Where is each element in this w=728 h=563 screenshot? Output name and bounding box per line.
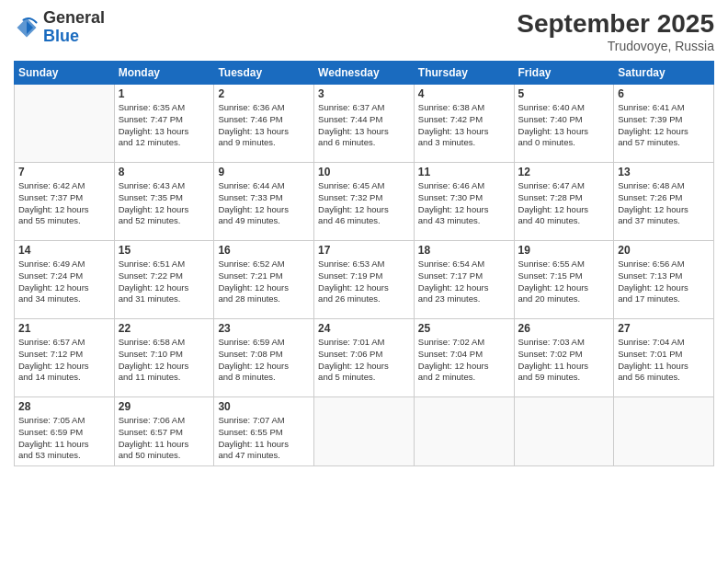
- day-number: 27: [618, 322, 710, 335]
- day-info: Sunrise: 6:51 AM Sunset: 7:22 PM Dayligh…: [119, 259, 210, 305]
- calendar-cell: 9Sunrise: 6:44 AM Sunset: 7:33 PM Daylig…: [214, 163, 314, 241]
- day-number: 5: [518, 87, 610, 100]
- day-info: Sunrise: 7:03 AM Sunset: 7:02 PM Dayligh…: [518, 337, 610, 384]
- calendar-cell: [314, 397, 415, 466]
- calendar-week-row: 1Sunrise: 6:35 AM Sunset: 7:47 PM Daylig…: [15, 85, 714, 163]
- day-number: 12: [518, 166, 610, 178]
- day-number: 8: [119, 166, 210, 178]
- logo-text: General Blue: [43, 9, 105, 46]
- calendar-cell: 15Sunrise: 6:51 AM Sunset: 7:22 PM Dayli…: [114, 241, 214, 319]
- day-number: 28: [18, 400, 110, 413]
- calendar-cell: 7Sunrise: 6:42 AM Sunset: 7:37 PM Daylig…: [15, 163, 115, 241]
- calendar-week-row: 21Sunrise: 6:57 AM Sunset: 7:12 PM Dayli…: [15, 319, 714, 397]
- calendar-cell: 4Sunrise: 6:38 AM Sunset: 7:42 PM Daylig…: [414, 85, 514, 163]
- calendar-cell: 16Sunrise: 6:52 AM Sunset: 7:21 PM Dayli…: [214, 241, 314, 319]
- day-info: Sunrise: 6:53 AM Sunset: 7:19 PM Dayligh…: [318, 259, 410, 305]
- logo-icon: [14, 15, 40, 40]
- day-info: Sunrise: 6:48 AM Sunset: 7:26 PM Dayligh…: [618, 180, 710, 227]
- logo-blue: Blue: [43, 27, 79, 45]
- location-subtitle: Trudovoye, Russia: [517, 39, 714, 53]
- day-info: Sunrise: 6:41 AM Sunset: 7:39 PM Dayligh…: [618, 102, 710, 149]
- calendar-cell: 17Sunrise: 6:53 AM Sunset: 7:19 PM Dayli…: [314, 241, 415, 319]
- calendar-cell: [514, 397, 614, 466]
- weekday-header: Thursday: [414, 62, 514, 85]
- day-number: 19: [518, 244, 610, 257]
- calendar-cell: 18Sunrise: 6:54 AM Sunset: 7:17 PM Dayli…: [414, 241, 514, 319]
- calendar-cell: 27Sunrise: 7:04 AM Sunset: 7:01 PM Dayli…: [614, 319, 714, 397]
- day-info: Sunrise: 6:57 AM Sunset: 7:12 PM Dayligh…: [18, 337, 110, 384]
- day-number: 2: [218, 87, 310, 100]
- day-info: Sunrise: 6:58 AM Sunset: 7:10 PM Dayligh…: [119, 337, 210, 384]
- calendar-header-row: SundayMondayTuesdayWednesdayThursdayFrid…: [15, 62, 714, 85]
- day-info: Sunrise: 6:49 AM Sunset: 7:24 PM Dayligh…: [18, 259, 110, 305]
- day-info: Sunrise: 6:59 AM Sunset: 7:08 PM Dayligh…: [218, 337, 310, 384]
- day-number: 18: [418, 244, 510, 257]
- day-number: 4: [418, 87, 510, 100]
- day-number: 3: [318, 87, 410, 100]
- calendar-week-row: 28Sunrise: 7:05 AM Sunset: 6:59 PM Dayli…: [15, 397, 714, 466]
- weekday-header: Friday: [514, 62, 614, 85]
- calendar-cell: 29Sunrise: 7:06 AM Sunset: 6:57 PM Dayli…: [114, 397, 214, 466]
- day-number: 30: [218, 400, 310, 413]
- day-number: 15: [119, 244, 210, 257]
- day-number: 7: [18, 166, 110, 178]
- calendar-cell: 5Sunrise: 6:40 AM Sunset: 7:40 PM Daylig…: [514, 85, 614, 163]
- calendar-cell: 8Sunrise: 6:43 AM Sunset: 7:35 PM Daylig…: [114, 163, 214, 241]
- day-number: 22: [119, 322, 210, 335]
- day-info: Sunrise: 7:01 AM Sunset: 7:06 PM Dayligh…: [318, 337, 410, 384]
- calendar-table: SundayMondayTuesdayWednesdayThursdayFrid…: [14, 61, 714, 466]
- day-number: 21: [18, 322, 110, 335]
- calendar-cell: 26Sunrise: 7:03 AM Sunset: 7:02 PM Dayli…: [514, 319, 614, 397]
- calendar-cell: 13Sunrise: 6:48 AM Sunset: 7:26 PM Dayli…: [614, 163, 714, 241]
- day-number: 26: [518, 322, 610, 335]
- month-title: September 2025: [517, 9, 714, 39]
- calendar-cell: 21Sunrise: 6:57 AM Sunset: 7:12 PM Dayli…: [15, 319, 115, 397]
- day-info: Sunrise: 6:40 AM Sunset: 7:40 PM Dayligh…: [518, 102, 610, 149]
- calendar-cell: 10Sunrise: 6:45 AM Sunset: 7:32 PM Dayli…: [314, 163, 415, 241]
- calendar-cell: 19Sunrise: 6:55 AM Sunset: 7:15 PM Dayli…: [514, 241, 614, 319]
- calendar-week-row: 14Sunrise: 6:49 AM Sunset: 7:24 PM Dayli…: [15, 241, 714, 319]
- day-info: Sunrise: 7:07 AM Sunset: 6:55 PM Dayligh…: [218, 415, 310, 462]
- day-number: 16: [218, 244, 310, 257]
- calendar-cell: 24Sunrise: 7:01 AM Sunset: 7:06 PM Dayli…: [314, 319, 415, 397]
- calendar-cell: 2Sunrise: 6:36 AM Sunset: 7:46 PM Daylig…: [214, 85, 314, 163]
- day-info: Sunrise: 6:36 AM Sunset: 7:46 PM Dayligh…: [218, 102, 310, 149]
- weekday-header: Tuesday: [214, 62, 314, 85]
- calendar-cell: 20Sunrise: 6:56 AM Sunset: 7:13 PM Dayli…: [614, 241, 714, 319]
- day-info: Sunrise: 6:47 AM Sunset: 7:28 PM Dayligh…: [518, 180, 610, 227]
- calendar-cell: [15, 85, 115, 163]
- weekday-header: Saturday: [614, 62, 714, 85]
- logo-general: General: [43, 8, 105, 27]
- day-number: 20: [618, 244, 710, 257]
- day-number: 10: [318, 166, 410, 178]
- day-number: 13: [618, 166, 710, 178]
- day-info: Sunrise: 6:52 AM Sunset: 7:21 PM Dayligh…: [218, 259, 310, 305]
- calendar-cell: 30Sunrise: 7:07 AM Sunset: 6:55 PM Dayli…: [214, 397, 314, 466]
- calendar-cell: 14Sunrise: 6:49 AM Sunset: 7:24 PM Dayli…: [15, 241, 115, 319]
- calendar-cell: 11Sunrise: 6:46 AM Sunset: 7:30 PM Dayli…: [414, 163, 514, 241]
- calendar-cell: [414, 397, 514, 466]
- day-number: 29: [119, 400, 210, 413]
- weekday-header: Wednesday: [314, 62, 415, 85]
- day-info: Sunrise: 6:54 AM Sunset: 7:17 PM Dayligh…: [418, 259, 510, 305]
- weekday-header: Monday: [114, 62, 214, 85]
- day-info: Sunrise: 6:43 AM Sunset: 7:35 PM Dayligh…: [119, 180, 210, 227]
- day-info: Sunrise: 7:04 AM Sunset: 7:01 PM Dayligh…: [618, 337, 710, 384]
- calendar-cell: 3Sunrise: 6:37 AM Sunset: 7:44 PM Daylig…: [314, 85, 415, 163]
- calendar-cell: 12Sunrise: 6:47 AM Sunset: 7:28 PM Dayli…: [514, 163, 614, 241]
- day-info: Sunrise: 6:45 AM Sunset: 7:32 PM Dayligh…: [318, 180, 410, 227]
- day-info: Sunrise: 7:02 AM Sunset: 7:04 PM Dayligh…: [418, 337, 510, 384]
- day-info: Sunrise: 6:38 AM Sunset: 7:42 PM Dayligh…: [418, 102, 510, 149]
- calendar-cell: [614, 397, 714, 466]
- day-number: 1: [119, 87, 210, 100]
- day-info: Sunrise: 6:44 AM Sunset: 7:33 PM Dayligh…: [218, 180, 310, 227]
- calendar-cell: 22Sunrise: 6:58 AM Sunset: 7:10 PM Dayli…: [114, 319, 214, 397]
- calendar-cell: 6Sunrise: 6:41 AM Sunset: 7:39 PM Daylig…: [614, 85, 714, 163]
- calendar-cell: 28Sunrise: 7:05 AM Sunset: 6:59 PM Dayli…: [15, 397, 115, 466]
- logo: General Blue: [14, 9, 105, 46]
- day-info: Sunrise: 6:37 AM Sunset: 7:44 PM Dayligh…: [318, 102, 410, 149]
- day-info: Sunrise: 6:55 AM Sunset: 7:15 PM Dayligh…: [518, 259, 610, 305]
- day-info: Sunrise: 6:46 AM Sunset: 7:30 PM Dayligh…: [418, 180, 510, 227]
- day-number: 14: [18, 244, 110, 257]
- calendar-cell: 23Sunrise: 6:59 AM Sunset: 7:08 PM Dayli…: [214, 319, 314, 397]
